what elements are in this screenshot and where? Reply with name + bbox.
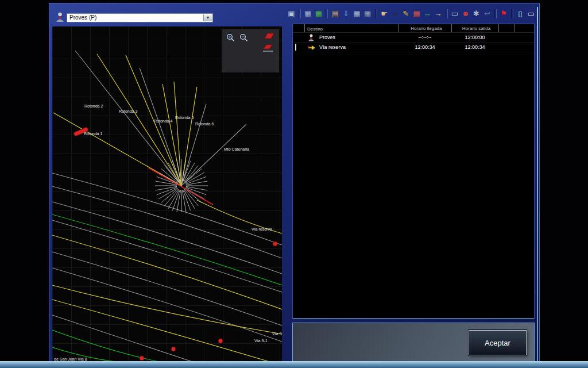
track-label: Vía reserva — [252, 227, 272, 231]
header-extra-2[interactable] — [514, 24, 534, 32]
train-arrow-icon — [308, 44, 316, 51]
printer-icon[interactable]: ▭ — [450, 9, 461, 19]
app-window: Proves (P) ▼ — [49, 3, 540, 362]
track-label: Rotonda 6 — [195, 122, 214, 126]
zoom-out-icon[interactable] — [239, 33, 249, 43]
green-arrows-icon[interactable]: ↔ — [422, 9, 433, 19]
header-select-col[interactable] — [293, 24, 304, 32]
books-icon[interactable]: ▤ — [330, 9, 341, 19]
undo-arrow-icon[interactable]: ↩ — [482, 9, 493, 19]
mini-table-icon[interactable]: ▦ — [351, 9, 362, 19]
zoom-in-icon[interactable] — [226, 33, 235, 43]
window-icon[interactable]: ▭ — [525, 9, 536, 19]
station-dropdown[interactable]: Proves (P) ▼ — [67, 13, 213, 22]
person-icon — [308, 34, 316, 41]
track-map-svg: Rotonda 2 Rotonda 3 Rotonda 4 Rotonda 5 … — [52, 26, 282, 363]
destino-cell: Vía reserva — [319, 44, 346, 50]
header-extra-1[interactable] — [498, 24, 514, 32]
edit-pencil-icon[interactable]: ✎ — [400, 9, 411, 19]
track-label: Rotonda 4 — [154, 119, 172, 123]
toolbar-separator — [375, 9, 377, 18]
red-route-icon[interactable] — [263, 32, 276, 40]
toolbar-separator — [446, 9, 448, 18]
flag-icon[interactable]: ⚑ — [498, 9, 509, 19]
header-llegada[interactable]: Horario llegada — [399, 24, 451, 32]
track-label: Rotonda 3 — [119, 109, 137, 113]
panel-edge-line — [537, 7, 538, 361]
yard-tracks — [52, 173, 282, 363]
yellow-arrow-icon[interactable]: → — [433, 9, 444, 19]
toolbar-separator — [326, 9, 328, 18]
salida-cell: 12:00:34 — [451, 44, 499, 50]
person-remove-icon[interactable]: ☻ — [460, 9, 471, 19]
mini-table-alt-icon[interactable]: ▦ — [362, 9, 373, 19]
track-label: Rotonda 2 — [84, 104, 103, 108]
schedule-table: Destino Horario llegada Horario salida — [292, 24, 535, 319]
station-dropdown-value: Proves (P) — [69, 14, 96, 21]
track-label: Vía 9-1 — [254, 339, 268, 343]
header-salida[interactable]: Horario salida — [451, 24, 499, 32]
color-grid-icon[interactable]: ▦ — [411, 9, 422, 19]
salida-cell: 12:00:00 — [451, 34, 499, 40]
toolbar-separator — [511, 9, 513, 18]
row-checkbox[interactable] — [295, 44, 296, 51]
track-label: Mto Catenaria — [224, 147, 249, 151]
save-icon[interactable]: ▣ — [286, 9, 297, 19]
track-label: Rotonda 5 — [175, 116, 194, 120]
toolbar-separator — [299, 9, 301, 18]
chevron-down-icon[interactable]: ▼ — [203, 14, 212, 21]
header-destino[interactable]: Destino — [304, 24, 399, 32]
sort-descending-icon[interactable]: ⇓ — [341, 9, 351, 19]
report-icon[interactable]: ▯ — [515, 9, 526, 19]
table-row[interactable]: Proves --:--:-- 12:00:00 — [293, 33, 534, 43]
map-tools-panel — [222, 29, 279, 72]
desktop: Proves (P) ▼ — [0, 0, 588, 368]
table-header-row: Destino Horario llegada Horario salida — [293, 24, 534, 33]
action-bar: Aceptar — [292, 323, 535, 362]
toolbar-separator — [494, 9, 497, 18]
track-label: de San Juan Vía 8 — [54, 357, 87, 361]
destino-cell: Proves — [319, 34, 335, 40]
red-route-alt-icon[interactable] — [262, 44, 274, 52]
table-row[interactable]: Vía reserva 12:00:34 12:00:34 — [293, 43, 534, 52]
accept-button[interactable]: Aceptar — [469, 330, 527, 355]
llegada-cell: 12:00:34 — [399, 44, 451, 50]
grid-icon[interactable]: ▦ — [303, 9, 314, 19]
track-label: Vía 9 — [272, 332, 281, 336]
track-label: Rotonda 1 — [84, 132, 102, 136]
settings-icon[interactable]: ✱ — [471, 9, 482, 19]
hand-icon[interactable]: ☛ — [379, 9, 390, 19]
main-toolbar: ▣▦▦▤⇓▦▦☛∞✎▦↔→▭☻✱↩⚑▯▭ — [286, 7, 536, 21]
turntable-approach-tracks — [53, 51, 246, 186]
grid-green-icon[interactable]: ▦ — [314, 9, 324, 19]
track-map[interactable]: Rotonda 2 Rotonda 3 Rotonda 4 Rotonda 5 … — [52, 26, 282, 363]
operator-person-icon — [56, 12, 64, 22]
taskbar-strip — [0, 361, 588, 368]
llegada-cell: --:--:-- — [399, 34, 451, 40]
binoculars-icon[interactable]: ∞ — [389, 9, 400, 19]
